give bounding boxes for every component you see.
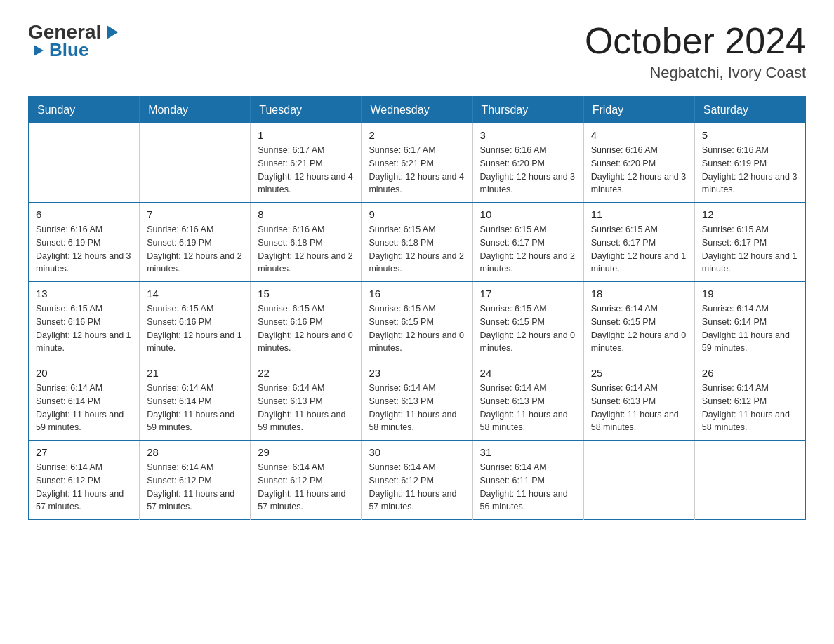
day-info: Sunrise: 6:16 AM Sunset: 6:19 PM Dayligh…: [36, 223, 132, 276]
day-number: 23: [369, 367, 465, 379]
day-number: 29: [258, 446, 354, 458]
page-title: October 2024: [585, 21, 806, 61]
day-number: 27: [36, 446, 132, 458]
calendar-cell: 12Sunrise: 6:15 AM Sunset: 6:17 PM Dayli…: [694, 203, 805, 282]
calendar-cell: 9Sunrise: 6:15 AM Sunset: 6:18 PM Daylig…: [362, 203, 472, 282]
day-info: Sunrise: 6:14 AM Sunset: 6:12 PM Dayligh…: [369, 461, 465, 514]
calendar-cell: [29, 123, 140, 203]
calendar-cell: 22Sunrise: 6:14 AM Sunset: 6:13 PM Dayli…: [251, 361, 362, 441]
calendar-cell: 17Sunrise: 6:15 AM Sunset: 6:15 PM Dayli…: [472, 282, 583, 361]
calendar-cell: 19Sunrise: 6:14 AM Sunset: 6:14 PM Dayli…: [694, 282, 805, 361]
day-info: Sunrise: 6:14 AM Sunset: 6:13 PM Dayligh…: [258, 382, 354, 434]
page-header: General Blue October 2024 Negbatchi, Ivo…: [28, 21, 806, 82]
calendar-cell: 6Sunrise: 6:16 AM Sunset: 6:19 PM Daylig…: [29, 203, 140, 282]
column-header-friday: Friday: [583, 97, 694, 124]
day-number: 22: [258, 367, 354, 379]
day-number: 30: [369, 446, 465, 458]
page-subtitle: Negbatchi, Ivory Coast: [585, 64, 806, 82]
day-number: 9: [369, 208, 465, 220]
svg-marker-0: [107, 25, 118, 39]
day-number: 8: [258, 208, 354, 220]
calendar-cell: 4Sunrise: 6:16 AM Sunset: 6:20 PM Daylig…: [583, 123, 694, 203]
calendar-header-row: SundayMondayTuesdayWednesdayThursdayFrid…: [29, 97, 806, 124]
column-header-monday: Monday: [140, 97, 251, 124]
calendar-cell: 31Sunrise: 6:14 AM Sunset: 6:11 PM Dayli…: [472, 441, 583, 520]
day-number: 24: [480, 367, 576, 379]
logo: General Blue: [28, 21, 122, 61]
calendar-cell: 5Sunrise: 6:16 AM Sunset: 6:19 PM Daylig…: [694, 123, 805, 203]
day-number: 4: [591, 129, 687, 141]
calendar-week-row: 1Sunrise: 6:17 AM Sunset: 6:21 PM Daylig…: [29, 123, 806, 203]
day-number: 11: [591, 208, 687, 220]
day-number: 12: [702, 208, 798, 220]
calendar-cell: 11Sunrise: 6:15 AM Sunset: 6:17 PM Dayli…: [583, 203, 694, 282]
day-info: Sunrise: 6:14 AM Sunset: 6:12 PM Dayligh…: [36, 461, 132, 514]
calendar-cell: 26Sunrise: 6:14 AM Sunset: 6:12 PM Dayli…: [694, 361, 805, 441]
calendar-cell: 30Sunrise: 6:14 AM Sunset: 6:12 PM Dayli…: [362, 441, 472, 520]
calendar-cell: 1Sunrise: 6:17 AM Sunset: 6:21 PM Daylig…: [251, 123, 362, 203]
day-info: Sunrise: 6:16 AM Sunset: 6:19 PM Dayligh…: [702, 144, 798, 196]
calendar-cell: [140, 123, 251, 203]
day-number: 17: [480, 288, 576, 300]
calendar-cell: 13Sunrise: 6:15 AM Sunset: 6:16 PM Dayli…: [29, 282, 140, 361]
day-info: Sunrise: 6:15 AM Sunset: 6:16 PM Dayligh…: [147, 302, 243, 355]
calendar-week-row: 27Sunrise: 6:14 AM Sunset: 6:12 PM Dayli…: [29, 441, 806, 520]
day-number: 15: [258, 288, 354, 300]
calendar-cell: 3Sunrise: 6:16 AM Sunset: 6:20 PM Daylig…: [472, 123, 583, 203]
calendar-cell: 27Sunrise: 6:14 AM Sunset: 6:12 PM Dayli…: [29, 441, 140, 520]
day-info: Sunrise: 6:14 AM Sunset: 6:12 PM Dayligh…: [702, 382, 798, 434]
calendar-cell: 29Sunrise: 6:14 AM Sunset: 6:12 PM Dayli…: [251, 441, 362, 520]
day-number: 2: [369, 129, 465, 141]
calendar-table: SundayMondayTuesdayWednesdayThursdayFrid…: [28, 96, 806, 520]
calendar-cell: 16Sunrise: 6:15 AM Sunset: 6:15 PM Dayli…: [362, 282, 472, 361]
day-info: Sunrise: 6:16 AM Sunset: 6:20 PM Dayligh…: [480, 144, 576, 196]
day-info: Sunrise: 6:15 AM Sunset: 6:17 PM Dayligh…: [702, 223, 798, 276]
calendar-cell: 7Sunrise: 6:16 AM Sunset: 6:19 PM Daylig…: [140, 203, 251, 282]
calendar-cell: [583, 441, 694, 520]
day-info: Sunrise: 6:14 AM Sunset: 6:15 PM Dayligh…: [591, 302, 687, 355]
day-number: 16: [369, 288, 465, 300]
day-info: Sunrise: 6:17 AM Sunset: 6:21 PM Dayligh…: [258, 144, 354, 196]
column-header-tuesday: Tuesday: [251, 97, 362, 124]
calendar-cell: 10Sunrise: 6:15 AM Sunset: 6:17 PM Dayli…: [472, 203, 583, 282]
calendar-week-row: 20Sunrise: 6:14 AM Sunset: 6:14 PM Dayli…: [29, 361, 806, 441]
column-header-wednesday: Wednesday: [362, 97, 472, 124]
column-header-saturday: Saturday: [694, 97, 805, 124]
calendar-cell: 28Sunrise: 6:14 AM Sunset: 6:12 PM Dayli…: [140, 441, 251, 520]
svg-marker-1: [34, 45, 44, 56]
calendar-cell: 21Sunrise: 6:14 AM Sunset: 6:14 PM Dayli…: [140, 361, 251, 441]
logo-arrow-icon: [102, 22, 122, 42]
day-number: 1: [258, 129, 354, 141]
day-number: 21: [147, 367, 243, 379]
day-info: Sunrise: 6:16 AM Sunset: 6:20 PM Dayligh…: [591, 144, 687, 196]
day-info: Sunrise: 6:14 AM Sunset: 6:14 PM Dayligh…: [147, 382, 243, 434]
day-number: 18: [591, 288, 687, 300]
day-number: 31: [480, 446, 576, 458]
day-info: Sunrise: 6:14 AM Sunset: 6:13 PM Dayligh…: [591, 382, 687, 434]
calendar-cell: 2Sunrise: 6:17 AM Sunset: 6:21 PM Daylig…: [362, 123, 472, 203]
calendar-cell: 20Sunrise: 6:14 AM Sunset: 6:14 PM Dayli…: [29, 361, 140, 441]
calendar-cell: 23Sunrise: 6:14 AM Sunset: 6:13 PM Dayli…: [362, 361, 472, 441]
day-number: 5: [702, 129, 798, 141]
calendar-cell: 8Sunrise: 6:16 AM Sunset: 6:18 PM Daylig…: [251, 203, 362, 282]
day-info: Sunrise: 6:15 AM Sunset: 6:16 PM Dayligh…: [36, 302, 132, 355]
day-number: 6: [36, 208, 132, 220]
day-info: Sunrise: 6:14 AM Sunset: 6:13 PM Dayligh…: [369, 382, 465, 434]
day-info: Sunrise: 6:14 AM Sunset: 6:14 PM Dayligh…: [36, 382, 132, 434]
calendar-cell: 15Sunrise: 6:15 AM Sunset: 6:16 PM Dayli…: [251, 282, 362, 361]
calendar-cell: 18Sunrise: 6:14 AM Sunset: 6:15 PM Dayli…: [583, 282, 694, 361]
day-number: 7: [147, 208, 243, 220]
day-info: Sunrise: 6:14 AM Sunset: 6:13 PM Dayligh…: [480, 382, 576, 434]
day-info: Sunrise: 6:15 AM Sunset: 6:16 PM Dayligh…: [258, 302, 354, 355]
day-info: Sunrise: 6:15 AM Sunset: 6:17 PM Dayligh…: [480, 223, 576, 276]
day-number: 13: [36, 288, 132, 300]
day-number: 3: [480, 129, 576, 141]
day-number: 14: [147, 288, 243, 300]
day-number: 28: [147, 446, 243, 458]
day-info: Sunrise: 6:14 AM Sunset: 6:14 PM Dayligh…: [702, 302, 798, 355]
calendar-week-row: 6Sunrise: 6:16 AM Sunset: 6:19 PM Daylig…: [29, 203, 806, 282]
day-number: 20: [36, 367, 132, 379]
day-number: 25: [591, 367, 687, 379]
calendar-cell: 24Sunrise: 6:14 AM Sunset: 6:13 PM Dayli…: [472, 361, 583, 441]
day-info: Sunrise: 6:16 AM Sunset: 6:19 PM Dayligh…: [147, 223, 243, 276]
